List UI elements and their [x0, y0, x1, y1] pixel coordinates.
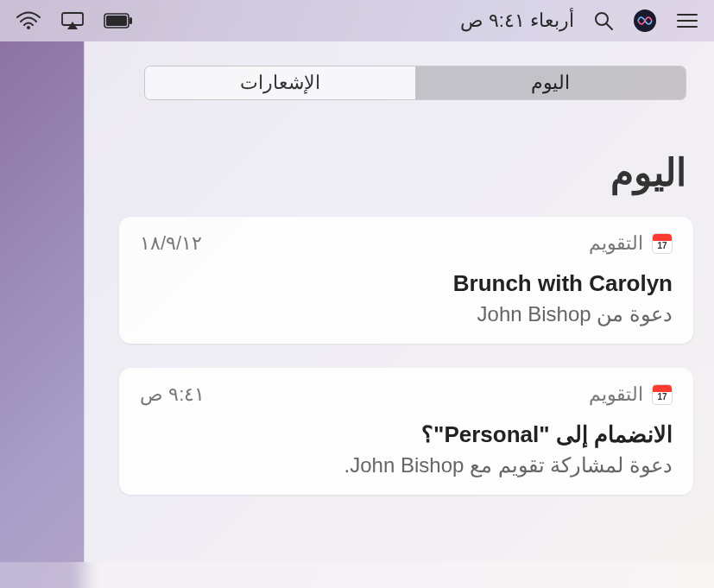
card-app-name: التقويم	[589, 232, 643, 255]
notification-center-icon[interactable]	[676, 11, 698, 30]
calendar-icon: 17	[652, 233, 673, 254]
notification-center-panel: اليوم الإشعارات اليوم 17 التقويم ١٨/٩/١٢…	[84, 41, 714, 588]
notification-card[interactable]: 17 التقويم ١٨/٩/١٢ Brunch with Carolyn د…	[119, 217, 693, 344]
tab-notifications[interactable]: الإشعارات	[145, 66, 415, 99]
svg-rect-8	[130, 17, 132, 24]
tab-notifications-label: الإشعارات	[240, 72, 320, 94]
card-title: الانضمام إلى "Personal"؟	[140, 421, 673, 448]
card-title: Brunch with Carolyn	[140, 270, 673, 297]
tab-today[interactable]: اليوم	[415, 66, 686, 99]
card-timestamp: ١٨/٩/١٢	[140, 232, 202, 255]
notification-card[interactable]: 17 التقويم ٩:٤١ ص الانضمام إلى "Personal…	[119, 368, 693, 495]
menu-bar: أربعاء ٩:٤١ ص	[0, 0, 714, 41]
view-segmented-control: اليوم الإشعارات	[144, 66, 686, 100]
card-app-label: 17 التقويم	[589, 232, 673, 255]
battery-icon[interactable]	[104, 13, 133, 28]
spotlight-search-icon[interactable]	[593, 10, 614, 31]
card-subtitle: دعوة لمشاركة تقويم مع John Bishop.	[140, 453, 673, 477]
menubar-clock[interactable]: أربعاء ٩:٤١ ص	[460, 9, 574, 32]
card-timestamp: ٩:٤١ ص	[140, 383, 205, 406]
calendar-icon: 17	[652, 384, 673, 405]
wifi-icon[interactable]	[16, 11, 41, 30]
bottom-edge-blur	[0, 562, 714, 588]
svg-point-11	[27, 26, 30, 29]
card-header: 17 التقويم ١٨/٩/١٢	[140, 232, 673, 255]
svg-line-5	[606, 23, 612, 29]
card-app-label: 17 التقويم	[589, 383, 673, 406]
card-subtitle: دعوة من John Bishop	[140, 302, 673, 326]
card-app-name: التقويم	[589, 383, 643, 406]
card-header: 17 التقويم ٩:٤١ ص	[140, 383, 673, 406]
today-heading: اليوم	[119, 150, 693, 194]
siri-icon[interactable]	[633, 9, 657, 33]
tab-today-label: اليوم	[531, 72, 570, 94]
airplay-icon[interactable]	[60, 11, 85, 30]
svg-rect-7	[106, 16, 127, 26]
